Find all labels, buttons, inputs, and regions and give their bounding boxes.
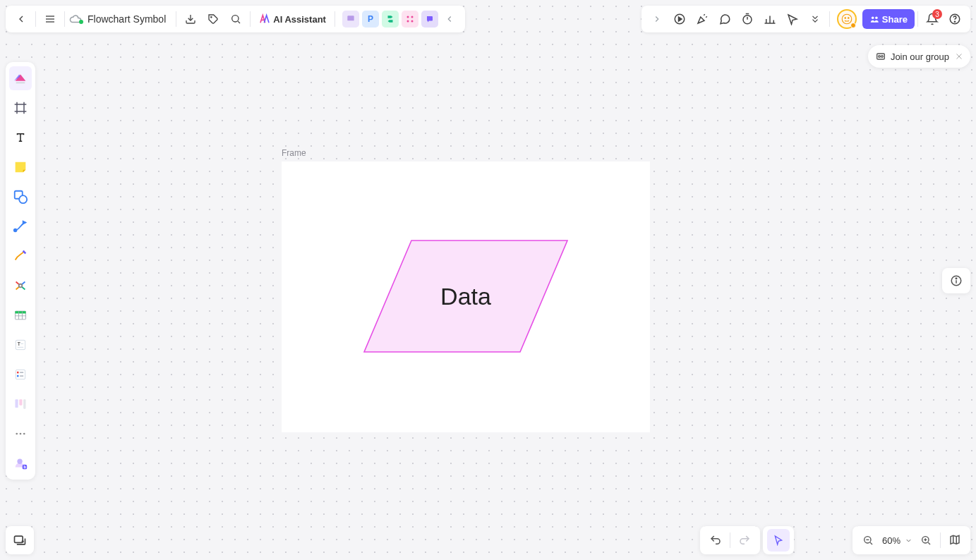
svg-point-10 (411, 16, 413, 18)
tool-kanban[interactable] (9, 392, 32, 416)
back-button[interactable] (10, 8, 32, 30)
zoom-level[interactable]: 60% (879, 535, 902, 546)
svg-point-12 (411, 20, 413, 23)
pointer-mode-button[interactable] (781, 8, 804, 30)
svg-rect-32 (16, 83, 25, 84)
tool-sticky-note[interactable] (9, 155, 32, 179)
tool-connector[interactable] (9, 214, 32, 238)
select-tool-button[interactable] (767, 529, 790, 552)
svg-point-41 (19, 284, 23, 288)
svg-point-66 (22, 541, 23, 542)
tool-pen[interactable] (9, 244, 32, 268)
svg-point-75 (956, 278, 957, 279)
celebrate-button[interactable] (691, 8, 713, 30)
tag-button[interactable] (202, 8, 224, 30)
pointer-panel (763, 526, 794, 554)
undo-redo-panel (700, 526, 760, 554)
data-shape[interactable]: Data (363, 240, 568, 353)
help-button[interactable] (944, 8, 966, 30)
vote-button[interactable] (759, 8, 781, 30)
user-avatar[interactable] (837, 9, 857, 29)
menu-button[interactable] (39, 8, 61, 30)
redo-button[interactable] (733, 529, 756, 552)
more-tools-button[interactable] (804, 8, 826, 30)
ai-assistant-label: AI Assistant (273, 14, 326, 25)
undo-button[interactable] (704, 529, 727, 552)
svg-rect-43 (16, 311, 26, 313)
share-label: Share (882, 14, 908, 25)
svg-point-39 (14, 229, 17, 232)
timer-button[interactable] (736, 8, 759, 30)
svg-line-80 (928, 542, 930, 544)
svg-point-9 (406, 16, 409, 18)
tool-text[interactable] (9, 126, 32, 150)
zoom-dropdown[interactable] (902, 529, 915, 552)
topbar-left: Flowchart Symbol AI Assistant P (6, 6, 465, 32)
zoom-in-button[interactable] (915, 529, 937, 552)
tool-table[interactable] (9, 303, 32, 327)
doc-title-area[interactable]: Flowchart Symbol (68, 8, 173, 30)
close-icon (955, 52, 963, 61)
ai-assistant-button[interactable]: AI Assistant (253, 13, 332, 25)
join-group-pill[interactable]: Join our group (868, 45, 970, 68)
tool-ai-generate[interactable]: b (9, 451, 32, 475)
svg-point-3 (79, 20, 83, 24)
close-join-pill[interactable] (953, 51, 965, 62)
svg-rect-54 (17, 375, 19, 377)
zoom-panel: 60% (853, 526, 970, 554)
svg-point-6 (232, 16, 239, 22)
play-button[interactable] (668, 8, 691, 30)
info-icon (950, 274, 963, 287)
svg-rect-52 (17, 372, 19, 374)
app-chips: P (342, 11, 438, 28)
tool-templates[interactable] (9, 66, 32, 90)
info-button[interactable] (942, 268, 970, 293)
svg-line-16 (706, 16, 707, 18)
share-icon (869, 14, 879, 24)
svg-point-70 (881, 56, 884, 58)
import-button[interactable] (179, 8, 202, 30)
group-icon (875, 51, 886, 62)
notifications-button[interactable]: 3 (921, 8, 944, 30)
svg-point-25 (842, 14, 852, 24)
document-title: Flowchart Symbol (88, 13, 166, 25)
svg-point-61 (23, 433, 25, 435)
svg-rect-57 (19, 399, 22, 405)
tool-mindmap[interactable] (9, 274, 32, 298)
tool-shapes[interactable] (9, 185, 32, 209)
svg-point-27 (848, 18, 849, 19)
zoom-out-button[interactable] (857, 529, 879, 552)
svg-rect-58 (23, 399, 25, 408)
app-chip-4[interactable] (402, 11, 418, 28)
svg-line-15 (704, 14, 705, 16)
svg-rect-56 (16, 399, 18, 408)
collapse-apps-button[interactable] (438, 8, 461, 30)
app-chip-1[interactable] (342, 11, 359, 28)
frame[interactable]: Data (282, 162, 650, 432)
svg-marker-14 (678, 17, 682, 21)
app-chip-5[interactable] (421, 11, 438, 28)
svg-rect-65 (15, 536, 23, 542)
svg-point-28 (872, 17, 874, 20)
tool-note[interactable]: T (9, 333, 32, 357)
app-chip-2[interactable]: P (362, 11, 379, 28)
comment-button[interactable] (713, 8, 736, 30)
svg-marker-40 (23, 221, 26, 224)
minimap-button[interactable] (944, 529, 966, 552)
expand-tools-button[interactable] (646, 8, 668, 30)
share-button[interactable]: Share (862, 9, 915, 29)
tool-more[interactable] (9, 422, 32, 446)
frame-label[interactable]: Frame (282, 148, 306, 158)
layers-button[interactable] (6, 526, 34, 554)
join-group-label: Join our group (891, 51, 949, 62)
svg-point-69 (879, 56, 881, 58)
svg-point-11 (406, 20, 409, 23)
svg-line-77 (870, 542, 872, 544)
search-button[interactable] (224, 8, 247, 30)
svg-point-60 (20, 433, 22, 435)
svg-point-26 (845, 18, 846, 19)
app-chip-3[interactable] (382, 11, 399, 28)
tool-list[interactable] (9, 363, 32, 386)
tool-frame[interactable] (9, 96, 32, 120)
svg-point-31 (954, 21, 955, 22)
